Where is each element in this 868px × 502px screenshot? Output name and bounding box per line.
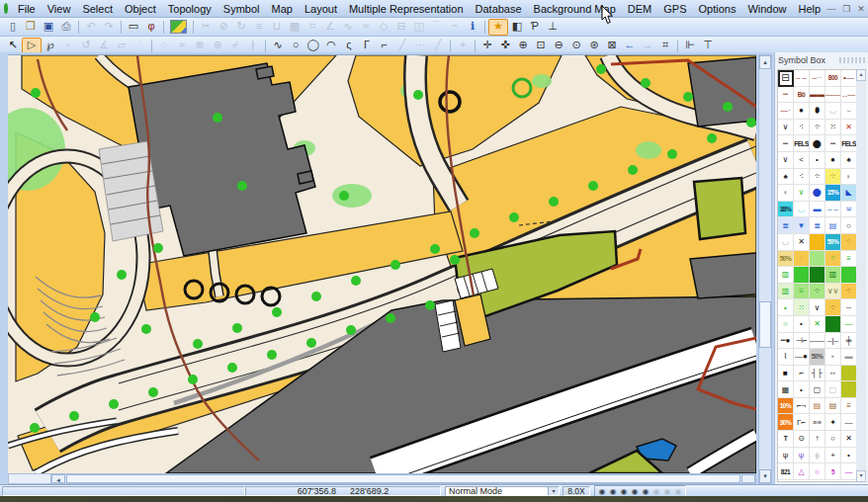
symbol-cell[interactable]: 15% <box>825 185 841 202</box>
symbol-cell[interactable]: Г⌐ <box>794 414 810 431</box>
symbol-cell[interactable]: ≡ <box>841 398 857 415</box>
zoom-symbol-icon[interactable]: ⊠ <box>603 38 621 53</box>
symbol-cell[interactable]: < <box>794 152 810 169</box>
symbol-cell[interactable]: ⁘ <box>825 299 841 316</box>
symbol-cell[interactable]: ○ <box>841 217 857 234</box>
symbol-cell[interactable]: + <box>825 448 841 464</box>
symbol-cell[interactable]: ≡ <box>841 251 857 268</box>
symbol-cell[interactable]: — <box>841 316 857 333</box>
symbol-cell[interactable]: ⌐ <box>794 366 810 382</box>
symbol-cell[interactable]: ψ <box>794 448 810 464</box>
to-curve-icon[interactable]: ~ <box>446 19 464 35</box>
symbol-cell[interactable]: —— <box>825 87 841 104</box>
symbol-cell[interactable]: • <box>794 316 810 333</box>
menu-gps[interactable]: GPS <box>657 3 692 15</box>
symbol-cell[interactable]: ▤ <box>825 398 841 415</box>
view-eye-7[interactable]: ◉ <box>662 487 672 496</box>
symbol-cell[interactable]: ≡ <box>794 284 810 300</box>
ruler-top-icon[interactable]: ⊤ <box>699 38 717 53</box>
edit-vertex-icon[interactable]: ▷ <box>22 38 42 54</box>
symbol-cell[interactable]: ┈ <box>841 299 857 316</box>
symbol-cell[interactable]: »» <box>810 414 825 431</box>
symbol-cell[interactable]: ▥ <box>778 284 794 300</box>
merge-icon[interactable]: ⊔ <box>268 19 286 35</box>
symbol-cell[interactable]: ┉ <box>825 135 841 152</box>
symbol-cell[interactable]: ▥ <box>825 267 841 284</box>
align-icon[interactable]: ≡ <box>250 19 268 35</box>
menu-window[interactable]: Window <box>741 3 792 15</box>
symbol-cell[interactable]: • <box>778 299 794 316</box>
symbol-cell[interactable]: ○ <box>810 463 825 480</box>
symbol-cell[interactable]: • <box>810 152 825 169</box>
mark-icon[interactable]: ˙ <box>130 38 148 53</box>
symbol-cell[interactable]: • <box>841 448 857 464</box>
symbol-cell[interactable]: ▬ <box>810 202 825 218</box>
symbol-cell[interactable]: ≣ <box>810 217 825 234</box>
close-button[interactable]: ✕ <box>857 4 865 14</box>
symbol-cell[interactable] <box>810 251 825 268</box>
minimize-button[interactable]: — <box>826 4 835 14</box>
lasso-icon[interactable]: ℘ <box>42 38 59 53</box>
symbol-cell[interactable]: 5 <box>825 463 841 480</box>
pan-icon[interactable]: ✛ <box>478 38 496 53</box>
draw-rectangular-icon[interactable]: ⌐ <box>376 38 393 53</box>
symbol-cell[interactable]: △ <box>794 463 810 480</box>
cut-object-icon[interactable]: ⌿ <box>226 38 244 53</box>
symbol-cell[interactable] <box>825 316 841 333</box>
map-v-scrollbar[interactable]: ▴ ▾ <box>758 54 772 484</box>
smooth-icon[interactable]: ≈ <box>357 19 375 35</box>
symbol-cell[interactable]: ♠ <box>778 169 794 186</box>
symbol-cell[interactable]: ▤ <box>810 398 825 415</box>
split-icon[interactable]: ⊗ <box>191 38 209 53</box>
snap-icon[interactable]: ≈ <box>173 38 191 53</box>
symbol-cell[interactable]: —● <box>794 349 810 366</box>
redo-icon[interactable]: ↷ <box>100 19 118 35</box>
symbol-cell[interactable]: ✕ <box>841 431 857 448</box>
draw-arc-icon[interactable]: ◠ <box>322 38 340 53</box>
symbol-scroll-down-icon[interactable]: ▾ <box>856 470 866 482</box>
symbol-cell[interactable]: — <box>841 414 857 431</box>
symbol-cell[interactable]: ≣ <box>778 217 794 234</box>
symbol-cell[interactable]: 30% <box>778 414 794 431</box>
draw-straight-icon[interactable]: Γ <box>358 38 376 53</box>
symbol-cell[interactable]: ♠ <box>841 152 857 169</box>
draw-ellipse-icon[interactable]: ○ <box>287 38 304 53</box>
draw-circle-icon[interactable]: ◯ <box>304 38 322 53</box>
view-eye-1[interactable]: ◉ <box>597 487 607 496</box>
chevron-down-icon[interactable]: ▾ <box>548 487 559 495</box>
map-h-scrollbar[interactable]: ◂ <box>8 473 756 484</box>
menu-options[interactable]: Options <box>692 3 741 15</box>
view-forward-icon[interactable]: → <box>639 38 656 53</box>
view-eye-2[interactable]: ◉ <box>608 487 618 496</box>
stretch-icon[interactable]: ▱ <box>113 38 130 53</box>
symbol-scroll-up-icon[interactable]: ▴ <box>856 69 866 81</box>
menu-object[interactable]: Object <box>119 3 162 15</box>
symbol-cell[interactable]: ◡ <box>794 202 810 218</box>
symbol-scrollbar[interactable]: ▴ ▾ <box>856 69 866 482</box>
menu-topology[interactable]: Topology <box>162 3 217 15</box>
interpolate-icon[interactable]: ◌ <box>155 38 173 53</box>
crop-icon[interactable]: ⌗ <box>304 19 321 35</box>
symbol-cell[interactable]: ▪ <box>825 349 841 366</box>
reshape-icon[interactable]: ◇ <box>375 19 392 35</box>
merge-objects-icon[interactable]: ⊛ <box>209 38 226 53</box>
symbol-cell[interactable]: •— <box>841 70 857 87</box>
menu-map[interactable]: Map <box>266 3 299 15</box>
symbol-cell[interactable]: ∨ <box>794 185 810 202</box>
menu-layout[interactable]: Layout <box>299 3 343 15</box>
cut-hole-icon[interactable]: ⊟ <box>392 19 410 35</box>
color-picker-icon[interactable] <box>170 20 187 34</box>
select-object-icon[interactable]: ↖ <box>4 38 22 53</box>
symbol-cell[interactable]: 50% <box>778 251 794 268</box>
draw-curve-icon[interactable]: ∿ <box>269 38 287 53</box>
copy-attributes-icon[interactable]: ◧ <box>508 19 526 35</box>
zoom-previous-icon[interactable]: ⊙ <box>567 38 585 53</box>
symbol-cell[interactable]: ▼ <box>794 217 810 234</box>
menu-file[interactable]: File <box>12 3 42 15</box>
symbol-cell[interactable]: ⊟ <box>778 70 794 87</box>
h-scroll-thumb[interactable] <box>66 474 740 483</box>
symbol-cell[interactable]: —· <box>778 103 794 120</box>
mirror-icon[interactable]: ⊘ <box>215 19 232 35</box>
menu-dem[interactable]: DEM <box>622 3 657 15</box>
symbol-cell[interactable] <box>841 366 857 382</box>
